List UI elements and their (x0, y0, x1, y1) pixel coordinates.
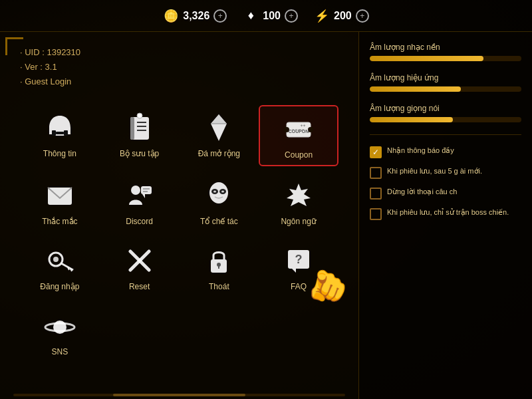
login-label: · Guest Login (20, 74, 345, 89)
menu-item-faq[interactable]: ? FAQ (259, 238, 338, 297)
checkbox-2-label: Dừng lời thoại câu ch (387, 187, 457, 197)
currency-energy: ⚡ 200 + (314, 8, 369, 24)
menu-item-dang-nhap[interactable]: Đăng nhập (20, 238, 100, 297)
key-icon (43, 243, 77, 278)
settings-voice-volume: Âm lượng giọng nói (370, 104, 521, 122)
menu-item-ngon-ngu[interactable]: Ngôn ngữ (259, 173, 338, 231)
menu-item-da-mo-rong[interactable]: Đá mở rộng (180, 105, 259, 166)
sfx-volume-label: Âm lượng hiệu ứng (370, 73, 521, 82)
menu-item-thong-tin[interactable]: Thông tin (20, 105, 100, 166)
gold-value: 3,326 (183, 10, 209, 22)
checkbox-row-3: Khi phiêu lưu, chỉ sử trận boss chiến. (370, 207, 521, 220)
helmet-icon (43, 110, 77, 145)
checkbox-1[interactable] (370, 167, 382, 179)
bo-suu-tap-label: Bộ sưu tập (120, 149, 159, 158)
thac-mac-label: Thắc mắc (42, 217, 77, 226)
sfx-volume-bar-fill (370, 86, 461, 92)
svg-point-8 (137, 113, 142, 118)
dang-nhap-label: Đăng nhập (40, 282, 79, 291)
svg-text:?: ? (295, 253, 303, 266)
main-area: · UID : 1392310 · Ver : 3.1 · Guest Logi… (0, 32, 532, 399)
ver-label: · Ver : 3.1 (20, 60, 345, 74)
discord-label: Discord (126, 217, 153, 226)
user-info: · UID : 1392310 · Ver : 3.1 · Guest Logi… (13, 45, 345, 89)
checkbox-1-label: Khi phiêu lưu, sau 5 g ài mới. (387, 166, 482, 176)
gem-value: 100 (263, 10, 281, 22)
svg-rect-0 (52, 130, 56, 136)
book-icon (122, 110, 157, 145)
diamond-icon (201, 110, 236, 145)
lock-icon (201, 243, 236, 278)
svg-marker-10 (211, 114, 227, 124)
gem-add-button[interactable]: + (285, 9, 298, 23)
gold-add-button[interactable]: + (213, 9, 227, 23)
to-che-tac-label: Tổ chế tác (200, 217, 238, 226)
menu-item-reset[interactable]: Reset (100, 238, 180, 297)
svg-point-29 (213, 191, 216, 193)
thong-tin-label: Thông tin (43, 149, 76, 158)
sfx-volume-bar-bg[interactable] (370, 86, 521, 92)
checkbox-row-2: Dừng lời thoại câu ch (370, 187, 521, 200)
checkbox-0-label: Nhận thông báo đầy (387, 146, 454, 156)
checkbox-3-label: Khi phiêu lưu, chỉ sử trận boss chiến. (387, 207, 509, 217)
checkbox-3[interactable] (370, 208, 382, 220)
sns-label: SNS (52, 347, 68, 356)
coupon-label: Coupon (285, 150, 313, 160)
x-icon (122, 243, 157, 278)
checkbox-2[interactable] (370, 188, 382, 200)
scroll-thumb (113, 394, 246, 396)
planet-icon (43, 309, 77, 343)
splat-icon (281, 178, 316, 213)
svg-marker-42 (292, 269, 296, 273)
svg-rect-1 (64, 130, 68, 136)
voice-volume-label: Âm lượng giọng nói (370, 104, 521, 113)
settings-music-volume: Âm lượng nhạc nền (370, 43, 521, 61)
music-volume-bar-bg[interactable] (370, 56, 521, 61)
thoat-label: Thoát (209, 282, 229, 291)
svg-text:COUPON: COUPON (289, 129, 309, 134)
faq-icon: ? (281, 243, 316, 278)
right-panel: Âm lượng nhạc nền Âm lượng hiệu ứng Âm l… (359, 32, 532, 399)
menu-item-thac-mac[interactable]: Thắc mắc (20, 173, 100, 231)
discord-icon (122, 178, 157, 213)
coupon-icon: ✦ ✦ COUPON (281, 112, 316, 146)
menu-item-bo-suu-tap[interactable]: Bộ sưu tập (100, 105, 180, 166)
menu-item-sns[interactable]: SNS (20, 303, 100, 362)
left-panel: · UID : 1392310 · Ver : 3.1 · Guest Logi… (0, 32, 359, 399)
top-bar: 🪙 3,326 + ♦️ 100 + ⚡ 200 + (0, 0, 532, 32)
energy-add-button[interactable]: + (356, 9, 369, 23)
menu-item-to-che-tac[interactable]: Tổ chế tác (180, 173, 259, 231)
svg-point-35 (53, 257, 59, 262)
energy-value: 200 (334, 10, 352, 22)
currency-gem: ♦️ 100 + (243, 8, 298, 24)
energy-icon: ⚡ (314, 8, 330, 24)
menu-item-coupon[interactable]: ✦ ✦ COUPON Coupon (259, 105, 338, 166)
alien-icon (201, 178, 236, 213)
svg-rect-2 (56, 132, 64, 134)
svg-text:✦: ✦ (303, 124, 306, 128)
settings-divider (370, 134, 521, 135)
music-volume-label: Âm lượng nhạc nền (370, 43, 521, 52)
gold-icon: 🪙 (163, 8, 179, 24)
svg-point-21 (131, 186, 140, 195)
reset-label: Reset (129, 282, 150, 291)
checkbox-row-0: ✓ Nhận thông báo đầy (370, 146, 521, 158)
ngon-ngu-label: Ngôn ngữ (281, 217, 316, 226)
svg-rect-4 (130, 117, 134, 140)
checkbox-0[interactable]: ✓ (370, 146, 382, 158)
faq-label: FAQ (291, 282, 307, 291)
menu-item-thoat[interactable]: Thoát (180, 238, 259, 297)
svg-point-30 (221, 191, 224, 193)
checkmark-icon: ✓ (372, 148, 379, 157)
gem-icon: ♦️ (243, 8, 259, 24)
voice-volume-bar-bg[interactable] (370, 117, 521, 122)
music-volume-bar-fill (370, 56, 483, 61)
da-mo-rong-label: Đá mở rộng (198, 149, 240, 158)
checkbox-row-1: Khi phiêu lưu, sau 5 g ài mới. (370, 166, 521, 179)
scroll-bar[interactable] (13, 394, 345, 396)
menu-item-discord[interactable]: Discord (100, 173, 180, 231)
icon-grid: Thông tin Bộ sưu tập (13, 105, 345, 362)
uid-label: · UID : 1392310 (20, 45, 345, 60)
svg-rect-22 (141, 186, 152, 194)
currency-gold: 🪙 3,326 + (163, 8, 227, 24)
